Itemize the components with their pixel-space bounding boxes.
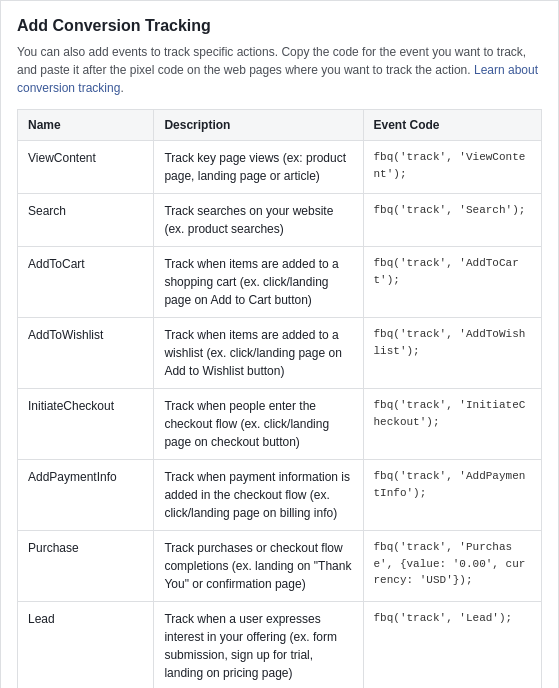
col-header-event-code: Event Code (363, 110, 541, 141)
cell-name: AddPaymentInfo (18, 460, 154, 531)
cell-description: Track when a user expresses interest in … (154, 602, 363, 689)
cell-event-code: fbq('track', 'AddPaymentInfo'); (363, 460, 541, 531)
table-row: InitiateCheckoutTrack when people enter … (18, 389, 542, 460)
col-header-description: Description (154, 110, 363, 141)
cell-event-code: fbq('track', 'Lead'); (363, 602, 541, 689)
cell-description: Track when payment information is added … (154, 460, 363, 531)
cell-description: Track when items are added to a shopping… (154, 247, 363, 318)
cell-name: AddToWishlist (18, 318, 154, 389)
table-row: AddToCartTrack when items are added to a… (18, 247, 542, 318)
cell-description: Track when people enter the checkout flo… (154, 389, 363, 460)
cell-event-code: fbq('track', 'Purchase', {value: '0.00',… (363, 531, 541, 602)
add-conversion-tracking-modal: Add Conversion Tracking You can also add… (0, 0, 559, 688)
description-text: You can also add events to track specifi… (17, 45, 526, 77)
table-row: SearchTrack searches on your website (ex… (18, 194, 542, 247)
cell-event-code: fbq('track', 'Search'); (363, 194, 541, 247)
cell-event-code: fbq('track', 'ViewContent'); (363, 141, 541, 194)
cell-event-code: fbq('track', 'InitiateCheckout'); (363, 389, 541, 460)
cell-description: Track searches on your website (ex. prod… (154, 194, 363, 247)
table-row: LeadTrack when a user expresses interest… (18, 602, 542, 689)
cell-name: ViewContent (18, 141, 154, 194)
cell-name: Lead (18, 602, 154, 689)
col-header-name: Name (18, 110, 154, 141)
cell-description: Track key page views (ex: product page, … (154, 141, 363, 194)
table-row: PurchaseTrack purchases or checkout flow… (18, 531, 542, 602)
table-row: AddToWishlistTrack when items are added … (18, 318, 542, 389)
cell-event-code: fbq('track', 'AddToCart'); (363, 247, 541, 318)
cell-event-code: fbq('track', 'AddToWishlist'); (363, 318, 541, 389)
modal-title: Add Conversion Tracking (17, 17, 542, 35)
modal-description: You can also add events to track specifi… (17, 43, 542, 97)
cell-name: InitiateCheckout (18, 389, 154, 460)
cell-name: Purchase (18, 531, 154, 602)
cell-name: Search (18, 194, 154, 247)
cell-name: AddToCart (18, 247, 154, 318)
table-row: AddPaymentInfoTrack when payment informa… (18, 460, 542, 531)
table-header-row: Name Description Event Code (18, 110, 542, 141)
cell-description: Track purchases or checkout flow complet… (154, 531, 363, 602)
cell-description: Track when items are added to a wishlist… (154, 318, 363, 389)
events-table: Name Description Event Code ViewContentT… (17, 109, 542, 688)
table-row: ViewContentTrack key page views (ex: pro… (18, 141, 542, 194)
